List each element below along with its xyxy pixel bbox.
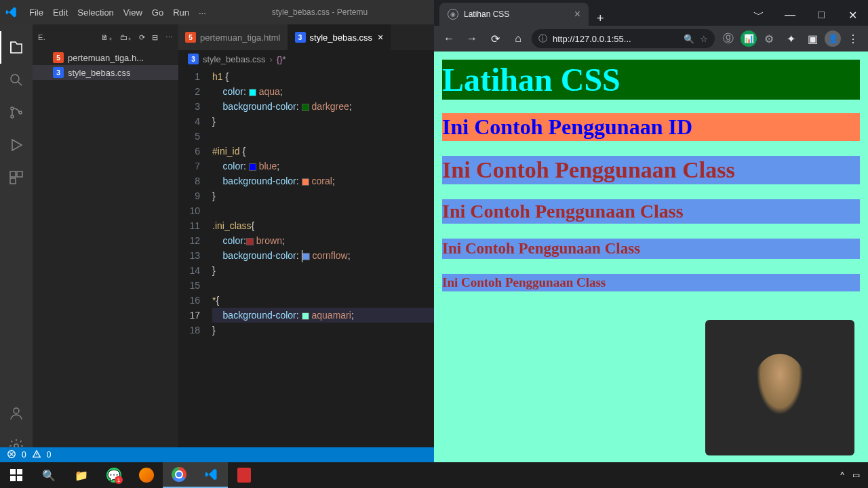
account-icon[interactable] bbox=[0, 397, 33, 430]
code-editor[interactable]: 123456789101112131415161718 h1 { color: … bbox=[178, 68, 434, 462]
tab-bar: 5 pertemuan_tiga.html 3 style_bebas.css … bbox=[178, 24, 434, 50]
more-icon[interactable]: ⋯ bbox=[165, 33, 174, 42]
home-button[interactable]: ⌂ bbox=[509, 29, 528, 48]
page-h1: Latihan CSS bbox=[442, 60, 860, 100]
webcam-overlay bbox=[705, 320, 854, 455]
tray-icon[interactable]: ▭ bbox=[852, 470, 860, 480]
errors-count: 0 bbox=[22, 450, 26, 460]
svg-rect-11 bbox=[17, 469, 22, 474]
breadcrumb[interactable]: 3 style_bebas.css › {} * bbox=[178, 50, 434, 68]
menu-selection[interactable]: Selection bbox=[73, 7, 118, 18]
vscode-logo-icon bbox=[5, 6, 18, 18]
menu-icon[interactable]: ⋮ bbox=[844, 29, 863, 48]
firefox-icon[interactable] bbox=[130, 462, 163, 488]
file-item-css[interactable]: 3 style_bebas.css bbox=[33, 65, 178, 80]
chrome-tab[interactable]: ◉ Latihan CSS × bbox=[439, 3, 589, 26]
refresh-icon[interactable]: ⟳ bbox=[139, 33, 146, 42]
close-button[interactable]: ✕ bbox=[837, 4, 868, 26]
warnings-count: 0 bbox=[47, 450, 52, 460]
menu-run[interactable]: Run bbox=[168, 7, 194, 18]
code-lines[interactable]: h1 { color: aqua; background-color: dark… bbox=[212, 68, 434, 462]
svg-rect-10 bbox=[10, 469, 16, 474]
chrome-tab-title: Latihan CSS bbox=[464, 9, 509, 19]
chrome-toolbar: ← → ⟳ ⌂ ⓘ http://127.0.0.1:55... 🔍 ☆ ⓖ 📊… bbox=[434, 26, 868, 52]
new-folder-icon[interactable]: 🗀₊ bbox=[120, 33, 132, 42]
svg-rect-12 bbox=[10, 476, 16, 481]
css-file-icon: 3 bbox=[295, 32, 306, 43]
vscode-taskbar-icon[interactable] bbox=[195, 462, 228, 488]
vscode-window: File Edit Selection View Go Run ··· styl… bbox=[0, 0, 434, 462]
class-example-1: Ini Contoh Penggunaan Class bbox=[442, 156, 860, 184]
forward-button[interactable]: → bbox=[462, 29, 481, 48]
system-tray[interactable]: ^ ▭ bbox=[840, 470, 868, 480]
globe-icon: ◉ bbox=[448, 9, 458, 20]
extension-icon[interactable]: 📊 bbox=[741, 30, 757, 47]
avatar-icon[interactable]: 👤 bbox=[825, 30, 841, 47]
breadcrumb-symbol: * bbox=[283, 54, 286, 64]
address-bar[interactable]: ⓘ http://127.0.0.1:55... 🔍 ☆ bbox=[532, 29, 715, 48]
menu-view[interactable]: View bbox=[119, 7, 147, 18]
chevron-up-icon[interactable]: ^ bbox=[840, 470, 844, 480]
errors-icon[interactable] bbox=[7, 449, 16, 461]
chrome-icon[interactable] bbox=[163, 462, 195, 488]
menu-edit[interactable]: Edit bbox=[48, 7, 73, 18]
svg-point-0 bbox=[11, 75, 19, 83]
search-button[interactable]: 🔍 bbox=[33, 462, 65, 488]
minimize-button[interactable]: — bbox=[774, 4, 806, 26]
activity-bar bbox=[0, 24, 33, 462]
back-button[interactable]: ← bbox=[439, 29, 458, 48]
tab-css[interactable]: 3 style_bebas.css × bbox=[288, 24, 391, 50]
svg-rect-13 bbox=[17, 476, 22, 481]
app-icon[interactable] bbox=[228, 462, 260, 488]
url-text: http://127.0.0.1:55... bbox=[553, 34, 631, 44]
debug-icon[interactable] bbox=[0, 129, 33, 161]
class-example-4: Ini Contoh Penggunaan Class bbox=[442, 274, 860, 291]
explorer-icon[interactable] bbox=[0, 31, 33, 64]
windows-taskbar: 🔍 📁 💬1 ^ ▭ bbox=[0, 462, 868, 488]
translate-icon[interactable]: ⓖ bbox=[719, 29, 738, 48]
breadcrumb-file: style_bebas.css bbox=[203, 54, 266, 64]
id-example: Ini Contoh Penggunaan ID bbox=[442, 113, 860, 141]
extensions-icon[interactable] bbox=[0, 161, 33, 194]
menu-more[interactable]: ··· bbox=[194, 7, 211, 18]
svg-point-2 bbox=[11, 115, 14, 118]
gear-icon[interactable]: ⚙ bbox=[760, 29, 778, 48]
breadcrumb-symbol-icon: {} bbox=[277, 54, 283, 64]
svg-point-7 bbox=[14, 408, 19, 413]
css-file-icon: 3 bbox=[53, 67, 64, 78]
css-file-icon: 3 bbox=[188, 54, 199, 64]
file-item-html[interactable]: 5 pertemuan_tiga.h... bbox=[33, 50, 178, 65]
explorer-header: E. 🗎₊ 🗀₊ ⟳ ⊟ ⋯ bbox=[33, 24, 178, 50]
star-icon[interactable]: ☆ bbox=[700, 34, 708, 44]
tab-html[interactable]: 5 pertemuan_tiga.html bbox=[178, 24, 288, 50]
new-file-icon[interactable]: 🗎₊ bbox=[101, 33, 113, 42]
warnings-icon[interactable] bbox=[32, 449, 41, 461]
search-icon[interactable] bbox=[0, 64, 33, 96]
reload-button[interactable]: ⟳ bbox=[486, 29, 505, 48]
class-example-3: Ini Contoh Penggunaan Class bbox=[442, 239, 860, 259]
info-icon[interactable]: ⓘ bbox=[538, 33, 547, 45]
minimize-icon[interactable]: ﹀ bbox=[743, 4, 774, 26]
new-tab-button[interactable]: + bbox=[589, 12, 612, 26]
person-silhouette bbox=[753, 354, 807, 422]
close-icon[interactable]: × bbox=[574, 8, 580, 20]
reading-list-icon[interactable]: ▣ bbox=[803, 29, 822, 48]
close-icon[interactable]: × bbox=[378, 32, 383, 43]
puzzle-icon[interactable]: ✦ bbox=[781, 29, 800, 48]
source-control-icon[interactable] bbox=[0, 96, 33, 129]
collapse-icon[interactable]: ⊟ bbox=[152, 33, 159, 42]
html-file-icon: 5 bbox=[53, 52, 64, 63]
maximize-button[interactable]: □ bbox=[806, 4, 837, 26]
menu-go[interactable]: Go bbox=[147, 7, 168, 18]
vscode-titlebar: File Edit Selection View Go Run ··· styl… bbox=[0, 0, 434, 24]
class-example-2: Ini Contoh Penggunaan Class bbox=[442, 199, 860, 224]
menu-file[interactable]: File bbox=[24, 7, 48, 18]
explorer-label: E. bbox=[38, 33, 45, 41]
svg-rect-6 bbox=[10, 178, 16, 184]
window-title: style_bebas.css - Pertemu bbox=[211, 7, 429, 17]
start-button[interactable] bbox=[0, 462, 33, 488]
file-name: pertemuan_tiga.h... bbox=[68, 53, 144, 63]
zoom-icon[interactable]: 🔍 bbox=[684, 34, 694, 44]
whatsapp-icon[interactable]: 💬1 bbox=[98, 462, 130, 488]
file-explorer-icon[interactable]: 📁 bbox=[65, 462, 98, 488]
